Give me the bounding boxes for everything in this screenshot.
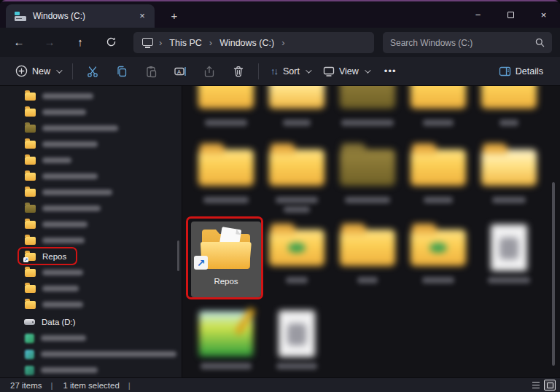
file-tile[interactable] — [474, 141, 544, 217]
sort-arrows-icon: ↑↓ — [271, 66, 277, 77]
view-icon — [323, 66, 335, 77]
sidebar-item[interactable] — [0, 217, 182, 232]
trash-icon — [232, 65, 245, 78]
file-tile[interactable] — [191, 141, 261, 217]
command-toolbar: New — [0, 57, 560, 86]
file-tile[interactable] — [191, 307, 261, 377]
details-button[interactable]: Details — [492, 62, 550, 81]
tab-close-icon[interactable]: × — [136, 9, 149, 23]
sidebar-item-repos[interactable]: ↗Repos — [0, 249, 182, 264]
sidebar-item[interactable] — [0, 331, 182, 345]
new-tab-button[interactable]: + — [166, 8, 182, 24]
sidebar-item-data-drive[interactable]: Data (D:) — [0, 315, 182, 329]
tile-label-area — [191, 197, 261, 203]
file-tile[interactable] — [262, 307, 332, 377]
blurred-label — [488, 277, 530, 283]
tile-icon-area — [403, 144, 473, 191]
up-button[interactable]: ↑ — [71, 34, 90, 51]
close-button[interactable]: × — [527, 1, 560, 28]
sidebar-item[interactable] — [0, 233, 182, 248]
folder-icon — [411, 86, 466, 109]
navigation-pane: ↗ReposData (D:) — [0, 86, 182, 377]
sidebar-item[interactable] — [0, 169, 182, 184]
folder-icon — [340, 86, 395, 109]
back-button[interactable]: ← — [9, 34, 28, 51]
maximize-button[interactable] — [494, 1, 527, 28]
blurred-label — [424, 197, 453, 203]
blurred-label — [357, 277, 378, 283]
blurred-label — [422, 277, 454, 283]
file-tile[interactable] — [332, 86, 402, 140]
rename-button[interactable]: A — [169, 61, 191, 82]
paste-button[interactable] — [140, 61, 162, 82]
file-tile[interactable] — [262, 86, 332, 140]
blurred-label — [41, 335, 86, 341]
sidebar-item[interactable] — [0, 347, 182, 361]
blurred-label — [42, 222, 88, 227]
copy-button[interactable] — [111, 61, 133, 82]
tile-label-area — [403, 119, 473, 126]
new-button[interactable]: New — [9, 60, 67, 82]
blurred-label — [42, 286, 79, 291]
sidebar-item[interactable] — [0, 201, 182, 216]
file-tile[interactable] — [474, 222, 544, 297]
delete-button[interactable] — [228, 61, 249, 82]
blurred-label — [42, 141, 98, 147]
search-box[interactable] — [383, 32, 552, 53]
details-view-toggle[interactable] — [530, 380, 542, 391]
file-tile[interactable] — [474, 86, 544, 140]
sidebar-item[interactable] — [0, 363, 182, 377]
sidebar-item[interactable] — [0, 265, 182, 280]
file-tile[interactable] — [403, 222, 473, 297]
file-tile-repos[interactable]: ↗Repos — [191, 222, 261, 297]
main-scrollbar[interactable] — [552, 182, 555, 366]
file-tile[interactable] — [332, 222, 402, 297]
refresh-icon — [106, 36, 117, 47]
folder-icon — [25, 189, 36, 197]
file-tile[interactable] — [403, 86, 473, 140]
sidebar-item[interactable] — [0, 89, 182, 103]
sidebar-item[interactable] — [0, 281, 182, 296]
tab-windows-c[interactable]: Windows (C:) × — [6, 4, 155, 28]
title-bar: Windows (C:) × + − × — [0, 1, 560, 28]
view-button[interactable]: View — [316, 62, 376, 81]
breadcrumb-chevron-icon[interactable]: › — [155, 37, 166, 48]
share-button[interactable] — [198, 61, 220, 82]
sidebar-item[interactable] — [0, 153, 182, 168]
file-tile[interactable] — [191, 86, 261, 140]
folder-icon — [411, 149, 466, 186]
sidebar-item[interactable] — [0, 137, 182, 152]
minimize-button[interactable]: − — [462, 1, 494, 28]
search-input[interactable] — [390, 38, 535, 48]
breadcrumb-this-pc[interactable]: This PC — [166, 38, 204, 48]
large-icons-view-toggle[interactable] — [544, 380, 556, 391]
breadcrumb-windows-c[interactable]: Windows (C:) — [217, 38, 277, 48]
file-tile[interactable] — [262, 222, 332, 297]
blurred-label — [284, 206, 310, 213]
file-tile[interactable] — [403, 141, 473, 217]
cut-button[interactable] — [82, 61, 104, 82]
sidebar-item[interactable] — [0, 297, 182, 312]
breadcrumb-chevron-icon[interactable]: › — [277, 37, 289, 48]
tile-icon-area — [262, 86, 332, 114]
more-options-button[interactable]: ••• — [376, 66, 405, 77]
sidebar-scrollbar[interactable] — [177, 240, 179, 271]
blurred-label — [41, 367, 98, 373]
folder-icon — [25, 205, 36, 213]
folder-icon — [269, 86, 324, 109]
chevron-down-icon — [56, 67, 62, 73]
sidebar-item[interactable] — [0, 105, 182, 119]
new-plus-icon — [15, 65, 28, 77]
sidebar-item[interactable] — [0, 185, 182, 200]
forward-button[interactable]: → — [40, 34, 59, 51]
blurred-label — [283, 119, 311, 126]
file-tile[interactable] — [332, 141, 402, 217]
breadcrumb-chevron-icon[interactable]: › — [205, 37, 217, 48]
refresh-button[interactable] — [101, 34, 120, 51]
sort-button[interactable]: ↑↓ Sort — [264, 61, 316, 81]
sidebar-item[interactable] — [0, 121, 182, 136]
folder-icon — [340, 230, 395, 266]
tile-label-area — [262, 277, 332, 283]
file-tile[interactable] — [262, 141, 332, 217]
address-bar[interactable]: › This PC › Windows (C:) › — [133, 32, 374, 53]
